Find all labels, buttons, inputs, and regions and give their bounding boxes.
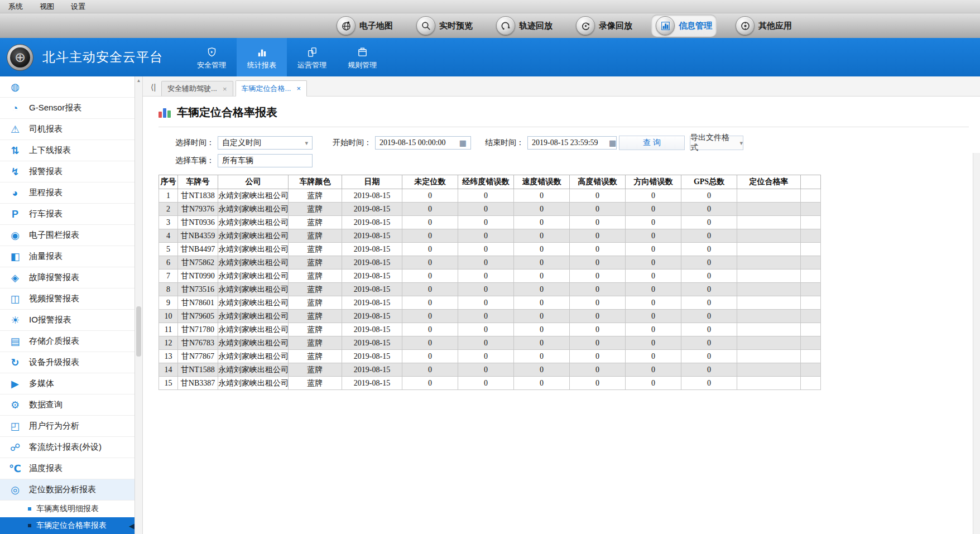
vehicle-select-input[interactable] [222, 156, 308, 165]
end-calendar-icon[interactable]: ▦ [609, 139, 616, 147]
filter-row-1: 选择时间： 自定义时间 ▾ 开始时间： ▦ 结束时间： ▦ 查 询 导出文件 [158, 134, 969, 151]
video-playback-button[interactable]: 录像回放 [571, 15, 637, 37]
cell-direction-error-count: 0 [626, 283, 681, 296]
column-header: 定位合格率 [737, 175, 801, 189]
sidebar-item[interactable]: ◈故障报警报表 [0, 267, 134, 288]
sidebar-sub-item[interactable]: 车辆离线明细报表◀ [0, 501, 134, 517]
export-format-button[interactable]: 导出文件格式 ▾ [690, 136, 743, 150]
cell-altitude-error-count: 0 [570, 243, 626, 256]
table-row[interactable]: 14 甘NT1588 永靖刘家峡出租公司 蓝牌 2019-08-15 0 0 0… [159, 363, 821, 377]
start-calendar-icon[interactable]: ▦ [459, 139, 467, 147]
nav-statistics-report[interactable]: 统计报表 [237, 38, 287, 76]
cell-unpositioned-count: 0 [402, 216, 458, 229]
table-row[interactable]: 10 甘N79605 永靖刘家峡出租公司 蓝牌 2019-08-15 0 0 0… [159, 310, 821, 323]
menu-system[interactable]: 系统 [0, 0, 31, 13]
sidebar-sub-item[interactable]: 车辆定位合格率报表◀ [0, 517, 134, 534]
tab-scroll-left-icon[interactable]: ⟨| [151, 83, 156, 92]
sidebar-item[interactable]: ◉电子围栏报表 [0, 225, 134, 246]
sidebar-item[interactable]: ⚠司机报表 [0, 119, 134, 140]
information-management-button[interactable]: 信息管理 [651, 15, 717, 37]
cell-plate: 甘NB4359 [178, 229, 218, 243]
sidebar-item[interactable]: ⇅上下线报表 [0, 140, 134, 161]
nav-rules-management[interactable]: 规则管理 [337, 38, 387, 76]
tab-close-icon[interactable]: × [223, 85, 227, 93]
sidebar-item[interactable]: ⚙数据查询 [0, 395, 134, 416]
sidebar-item[interactable]: ◰用户行为分析 [0, 416, 134, 437]
main-scrollbar[interactable] [973, 153, 980, 534]
scroll-up-arrow-icon[interactable]: ▲ [135, 78, 142, 83]
column-header: 方向错误数 [626, 175, 681, 189]
table-row[interactable]: 15 甘NB3387 永靖刘家峡出租公司 蓝牌 2019-08-15 0 0 0… [159, 377, 821, 390]
cell-company: 永靖刘家峡出租公司 [218, 350, 289, 363]
sidebar-item-icon: ◧ [9, 252, 21, 262]
cell-speed-error-count: 0 [514, 363, 570, 377]
sidebar-item[interactable]: ◕里程报表 [0, 182, 134, 204]
cell-unpositioned-count: 0 [402, 363, 458, 377]
table-row[interactable]: 12 甘N76783 永靖刘家峡出租公司 蓝牌 2019-08-15 0 0 0… [159, 336, 821, 350]
sidebar-item[interactable]: ↻设备升级报表 [0, 352, 134, 373]
tab-vehicle-positioning-rate[interactable]: 车辆定位合格... × [236, 80, 307, 97]
cell-gps-total: 0 [681, 203, 737, 216]
cell-plate: 甘NT1588 [178, 363, 218, 377]
table-row[interactable]: 8 甘N73516 永靖刘家峡出租公司 蓝牌 2019-08-15 0 0 0 … [159, 283, 821, 296]
sidebar-scrollbar[interactable]: ▲ [135, 76, 143, 534]
track-playback-button[interactable]: 轨迹回放 [492, 15, 557, 37]
cell-plate: 甘N76783 [178, 336, 218, 350]
query-button[interactable]: 查 询 [619, 136, 685, 150]
column-header: 公司 [218, 175, 289, 189]
cell-plate-color: 蓝牌 [289, 229, 342, 243]
sidebar-item[interactable]: ↯报警报表 [0, 161, 134, 182]
sidebar-item[interactable]: ◧油量报表 [0, 246, 134, 267]
sidebar-item[interactable]: ☀IO报警报表 [0, 310, 134, 331]
tab-label: 安全辅助驾驶... [167, 84, 217, 94]
sidebar-item[interactable]: ◔G-Sensor报表 [0, 98, 134, 119]
sidebar-item[interactable]: ◫视频报警报表 [0, 288, 134, 310]
time-range-select[interactable]: 自定义时间 ▾ [218, 136, 313, 150]
menu-view[interactable]: 视图 [31, 0, 63, 13]
cell-altitude-error-count: 0 [570, 336, 626, 350]
sidebar-item[interactable]: ◍ [0, 76, 134, 98]
column-header: 经纬度错误数 [458, 175, 514, 189]
nav-security-management[interactable]: 安全管理 [186, 38, 237, 76]
table-row[interactable]: 4 甘NB4359 永靖刘家峡出租公司 蓝牌 2019-08-15 0 0 0 … [159, 229, 821, 243]
nav-operations-management[interactable]: 运营管理 [287, 38, 337, 76]
main-toolbar: 电子地图 实时预览 轨迹回放 录像回放 [0, 13, 980, 38]
tab-close-icon[interactable]: × [296, 84, 301, 93]
table-row[interactable]: 13 甘N77867 永靖刘家峡出租公司 蓝牌 2019-08-15 0 0 0… [159, 350, 821, 363]
sidebar-item[interactable]: ☍客流统计报表(外设) [0, 437, 134, 458]
table-row[interactable]: 9 甘N78601 永靖刘家峡出租公司 蓝牌 2019-08-15 0 0 0 … [159, 296, 821, 310]
table-row[interactable]: 2 甘N79376 永靖刘家峡出租公司 蓝牌 2019-08-15 0 0 0 … [159, 203, 821, 216]
cell-no: 3 [159, 216, 178, 229]
table-row[interactable]: 6 甘N75862 永靖刘家峡出租公司 蓝牌 2019-08-15 0 0 0 … [159, 256, 821, 270]
report-sidebar: ◍ ◔G-Sensor报表 ⚠司机报表 ⇅上下线报表 ↯报警报表 ◕里程报表 P… [0, 76, 135, 534]
cell-plate-color: 蓝牌 [289, 377, 342, 390]
cell-unpositioned-count: 0 [402, 229, 458, 243]
sidebar-item[interactable]: ℃温度报表 [0, 458, 134, 479]
collapse-arrow-icon[interactable]: ◀ [129, 522, 134, 530]
start-time-input[interactable] [379, 138, 457, 147]
electronic-map-button[interactable]: 电子地图 [332, 15, 397, 37]
sidebar-item-icon: ◉ [9, 230, 21, 240]
table-row[interactable]: 5 甘NB4497 永靖刘家峡出租公司 蓝牌 2019-08-15 0 0 0 … [159, 243, 821, 256]
tab-safety-assist-driving[interactable]: 安全辅助驾驶... × [161, 81, 233, 96]
sidebar-item[interactable]: ▶多媒体 [0, 373, 134, 395]
menu-settings[interactable]: 设置 [63, 0, 94, 13]
cell-latlng-error-count: 0 [458, 350, 514, 363]
cell-date: 2019-08-15 [342, 243, 402, 256]
table-row[interactable]: 7 甘NT0990 永靖刘家峡出租公司 蓝牌 2019-08-15 0 0 0 … [159, 270, 821, 283]
sidebar-scrollbar-thumb[interactable] [136, 306, 141, 357]
other-apps-button[interactable]: 其他应用 [731, 15, 796, 37]
realtime-preview-button[interactable]: 实时预览 [412, 15, 477, 37]
end-time-input[interactable] [532, 138, 609, 147]
sidebar-sub-item-label: 车辆离线明细报表 [36, 504, 99, 514]
cell-latlng-error-count: 0 [458, 270, 514, 283]
table-row[interactable]: 11 甘N71780 永靖刘家峡出租公司 蓝牌 2019-08-15 0 0 0… [159, 323, 821, 336]
table-row[interactable]: 1 甘NT1838 永靖刘家峡出租公司 蓝牌 2019-08-15 0 0 0 … [159, 189, 821, 203]
sidebar-item[interactable]: ◎定位数据分析报表 [0, 479, 134, 501]
cell-gps-total: 0 [681, 283, 737, 296]
cell-direction-error-count: 0 [626, 243, 681, 256]
table-row[interactable]: 3 甘NT0936 永靖刘家峡出租公司 蓝牌 2019-08-15 0 0 0 … [159, 216, 821, 229]
sidebar-item[interactable]: ▤存储介质报表 [0, 331, 134, 352]
sidebar-item[interactable]: P行车报表 [0, 204, 134, 225]
cell-altitude-error-count: 0 [570, 310, 626, 323]
